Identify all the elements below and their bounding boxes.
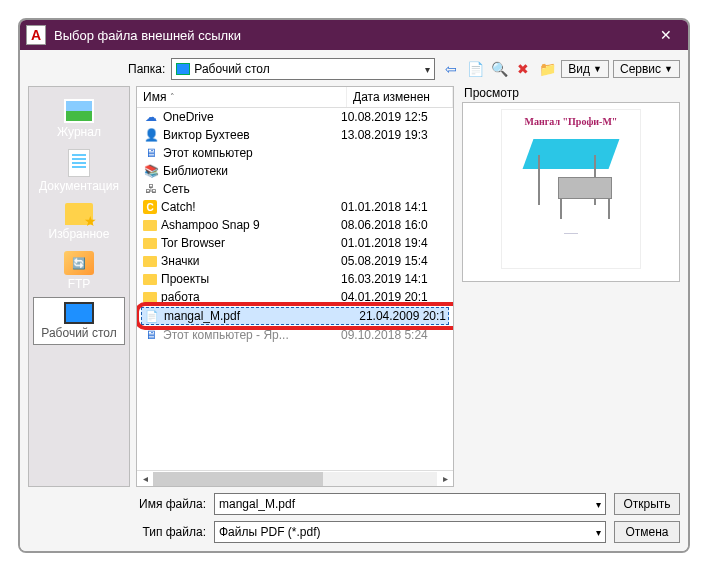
back-icon[interactable]: ⇦: [441, 59, 461, 79]
delete-icon[interactable]: ✖: [513, 59, 533, 79]
up-icon[interactable]: 📄: [465, 59, 485, 79]
horizontal-scrollbar[interactable]: ◂ ▸: [137, 470, 453, 486]
tools-button[interactable]: Сервис▼: [613, 60, 680, 78]
document-icon: [68, 149, 90, 177]
file-list[interactable]: ☁OneDrive10.08.2019 12:5 👤Виктор Бухтеев…: [137, 108, 453, 470]
search-icon[interactable]: 🔍: [489, 59, 509, 79]
sidebar-journal[interactable]: Журнал: [33, 95, 125, 143]
open-button[interactable]: Открыть: [614, 493, 680, 515]
preview-drawing: [516, 133, 626, 223]
close-button[interactable]: ✕: [644, 20, 688, 50]
list-item: 📚Библиотеки: [137, 162, 453, 180]
cancel-button[interactable]: Отмена: [614, 521, 680, 543]
places-sidebar: Журнал Документация Избранное 🔄 FTP Рабо…: [28, 86, 130, 487]
preview-thumbnail: Мангал "Профи-М" ——: [501, 109, 641, 269]
list-item: 🖧Сеть: [137, 180, 453, 198]
scroll-right-icon[interactable]: ▸: [437, 473, 453, 484]
chevron-down-icon: ▾: [425, 64, 430, 75]
scroll-left-icon[interactable]: ◂: [137, 473, 153, 484]
chevron-down-icon: ▾: [596, 527, 601, 538]
desktop-icon: [176, 63, 190, 75]
journal-icon: [64, 99, 94, 123]
sidebar-favorites[interactable]: Избранное: [33, 199, 125, 245]
list-item: работа04.01.2019 20:1: [137, 288, 453, 306]
list-item: Ashampoo Snap 908.06.2018 16:0: [137, 216, 453, 234]
list-item: Проекты16.03.2019 14:1: [137, 270, 453, 288]
pdf-icon: 📄: [144, 309, 160, 323]
filename-label: Имя файла:: [136, 497, 206, 511]
preview-box: Мангал "Профи-М" ——: [462, 102, 680, 282]
preview-label: Просмотр: [462, 86, 680, 100]
folder-selected: Рабочий стол: [194, 62, 269, 76]
sidebar-docs[interactable]: Документация: [33, 145, 125, 197]
pc-icon: 🖥: [143, 146, 159, 160]
new-folder-icon[interactable]: 📁: [537, 59, 557, 79]
filename-input[interactable]: mangal_M.pdf▾: [214, 493, 606, 515]
list-item-selected[interactable]: 📄mangal_M.pdf 21.04.2009 20:1: [141, 307, 449, 325]
folder-icon: [143, 274, 157, 285]
list-item: Значки05.08.2019 15:4: [137, 252, 453, 270]
titlebar: A Выбор файла внешней ссылки ✕: [20, 20, 688, 50]
library-icon: 📚: [143, 164, 159, 178]
view-button[interactable]: Вид▼: [561, 60, 609, 78]
folder-icon: [143, 238, 157, 249]
window-title: Выбор файла внешней ссылки: [54, 28, 644, 43]
folder-icon: [143, 256, 157, 267]
shortcut-icon: 🖥: [143, 328, 159, 342]
filetype-label: Тип файла:: [136, 525, 206, 539]
folder-label: Папка:: [128, 62, 165, 76]
column-date[interactable]: Дата изменен: [347, 87, 453, 107]
catch-icon: C: [143, 200, 157, 214]
folder-dropdown[interactable]: Рабочий стол ▾: [171, 58, 435, 80]
list-item: Tor Browser01.01.2018 19:4: [137, 234, 453, 252]
list-item: ☁OneDrive10.08.2019 12:5: [137, 108, 453, 126]
folder-icon: [143, 292, 157, 303]
chevron-down-icon: ▾: [596, 499, 601, 510]
user-icon: 👤: [143, 128, 159, 142]
folder-icon: [143, 220, 157, 231]
sidebar-ftp[interactable]: 🔄 FTP: [33, 247, 125, 295]
list-item: 🖥Этот компьютер - Яр...09.10.2018 5:24: [137, 326, 453, 344]
file-list-pane: Имя˄ Дата изменен ☁OneDrive10.08.2019 12…: [136, 86, 454, 487]
list-item: 👤Виктор Бухтеев13.08.2019 19:3: [137, 126, 453, 144]
app-icon: A: [26, 25, 46, 45]
sidebar-desktop[interactable]: Рабочий стол: [33, 297, 125, 345]
list-item: CCatch!01.01.2018 14:1: [137, 198, 453, 216]
column-name[interactable]: Имя˄: [137, 87, 347, 107]
network-icon: 🖧: [143, 182, 159, 196]
filetype-dropdown[interactable]: Файлы PDF (*.pdf)▾: [214, 521, 606, 543]
preview-title: Мангал "Профи-М": [525, 116, 618, 127]
favorites-icon: [65, 203, 93, 225]
cloud-icon: ☁: [143, 110, 159, 124]
list-item: 🖥Этот компьютер: [137, 144, 453, 162]
ftp-icon: 🔄: [64, 251, 94, 275]
preview-footer: ——: [564, 229, 578, 236]
desktop-icon: [64, 302, 94, 324]
